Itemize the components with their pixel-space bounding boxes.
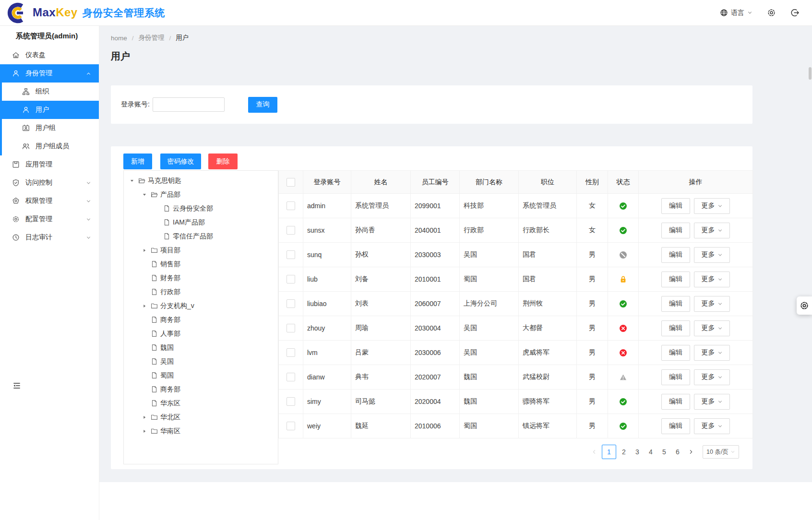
- page-3-button[interactable]: 3: [632, 445, 643, 459]
- prev-page-button[interactable]: [588, 445, 600, 459]
- tree-node[interactable]: 魏国: [124, 341, 278, 355]
- row-checkbox[interactable]: [287, 299, 295, 308]
- cell-name: 吕蒙: [351, 341, 411, 365]
- edit-button[interactable]: 编辑: [661, 247, 690, 263]
- tree-node[interactable]: IAM产品部: [124, 215, 278, 229]
- more-button[interactable]: 更多: [694, 296, 730, 312]
- edit-button[interactable]: 编辑: [661, 394, 690, 410]
- more-button[interactable]: 更多: [694, 223, 730, 238]
- language-menu[interactable]: 语言: [720, 9, 752, 17]
- login-account-input[interactable]: [153, 97, 225, 112]
- tree-node-label: 蜀国: [160, 371, 174, 380]
- more-button[interactable]: 更多: [694, 418, 730, 434]
- edit-button[interactable]: 编辑: [661, 369, 690, 385]
- sidebar-item-label: 仪表盘: [25, 51, 91, 59]
- row-checkbox[interactable]: [287, 324, 295, 332]
- tree-node[interactable]: 项目部: [124, 243, 278, 257]
- edit-button[interactable]: 编辑: [661, 345, 690, 361]
- row-checkbox[interactable]: [287, 422, 295, 430]
- tree-node[interactable]: 华南区: [124, 424, 278, 438]
- folder-icon: [151, 302, 158, 309]
- tree-node[interactable]: 销售部: [124, 257, 278, 271]
- tree-node[interactable]: 商务部: [124, 382, 278, 396]
- sidebar-item-audit[interactable]: 日志审计: [0, 228, 99, 247]
- page-size-label: 10 条/页: [706, 448, 728, 456]
- edit-button[interactable]: 编辑: [661, 320, 690, 336]
- caret-right-icon[interactable]: [142, 414, 151, 420]
- sidebar-item-dashboard[interactable]: 仪表盘: [0, 46, 99, 64]
- edit-button[interactable]: 编辑: [661, 272, 690, 287]
- page-1-button[interactable]: 1: [602, 445, 616, 459]
- menu-fold-icon[interactable]: [12, 381, 21, 390]
- status-active-icon: [619, 226, 627, 235]
- more-button[interactable]: 更多: [694, 394, 730, 410]
- tree-node[interactable]: 吴国: [124, 355, 278, 368]
- next-page-button[interactable]: [685, 445, 697, 459]
- scrollbar-thumb[interactable]: [809, 67, 812, 80]
- gear-icon[interactable]: [767, 8, 776, 17]
- add-button[interactable]: 新增: [123, 154, 152, 169]
- column-header: 职位: [519, 171, 577, 194]
- tree-node[interactable]: 产品部: [124, 188, 278, 201]
- row-checkbox[interactable]: [287, 275, 295, 284]
- sidebar-item-group-members[interactable]: 用户组成员: [0, 137, 99, 155]
- row-checkbox[interactable]: [287, 348, 295, 357]
- status-active-icon: [619, 202, 627, 210]
- sidebar-item-permissions[interactable]: 权限管理: [0, 192, 99, 210]
- tree-node[interactable]: 马克思钥匙: [124, 174, 278, 188]
- more-button[interactable]: 更多: [694, 369, 730, 385]
- row-checkbox[interactable]: [287, 226, 295, 235]
- more-button[interactable]: 更多: [694, 198, 730, 214]
- sidebar-item-identity[interactable]: 身份管理: [0, 64, 99, 83]
- edit-button[interactable]: 编辑: [661, 198, 690, 214]
- edit-button[interactable]: 编辑: [661, 223, 690, 238]
- tree-node[interactable]: 蜀国: [124, 368, 278, 382]
- tree-node[interactable]: 分支机构_v: [124, 299, 278, 313]
- more-button[interactable]: 更多: [694, 345, 730, 361]
- page-5-button[interactable]: 5: [658, 445, 670, 459]
- edit-button[interactable]: 编辑: [661, 296, 690, 312]
- more-button[interactable]: 更多: [694, 247, 730, 263]
- sidebar-item-organization[interactable]: 组织: [0, 83, 99, 101]
- row-checkbox[interactable]: [287, 201, 295, 210]
- page-2-button[interactable]: 2: [618, 445, 630, 459]
- tree-node[interactable]: 华东区: [124, 396, 278, 410]
- sidebar-item-user-groups[interactable]: 用户组: [0, 119, 99, 137]
- sidebar-item-apps[interactable]: 应用管理: [0, 155, 99, 174]
- caret-down-icon[interactable]: [130, 178, 138, 183]
- edit-button[interactable]: 编辑: [661, 418, 690, 434]
- theme-tool-floating-button[interactable]: [797, 296, 812, 315]
- tree-node[interactable]: 华北区: [124, 410, 278, 424]
- sidebar-item-users[interactable]: 用户: [0, 101, 99, 119]
- caret-right-icon[interactable]: [142, 248, 151, 253]
- breadcrumb-home[interactable]: home: [111, 35, 127, 42]
- change-password-button[interactable]: 密码修改: [160, 154, 201, 169]
- select-all-checkbox[interactable]: [287, 178, 295, 187]
- delete-button[interactable]: 删除: [208, 154, 238, 169]
- breadcrumb-identity[interactable]: 身份管理: [139, 34, 165, 42]
- row-checkbox[interactable]: [287, 397, 295, 406]
- page-4-button[interactable]: 4: [645, 445, 657, 459]
- tree-node[interactable]: 行政部: [124, 285, 278, 299]
- sidebar-item-label: 身份管理: [25, 69, 86, 78]
- sidebar-item-access-control[interactable]: 访问控制: [0, 174, 99, 192]
- row-checkbox[interactable]: [287, 250, 295, 259]
- page-size-select[interactable]: 10 条/页: [703, 445, 739, 459]
- caret-right-icon[interactable]: [142, 303, 151, 308]
- tree-node[interactable]: 商务部: [124, 313, 278, 327]
- tree-node[interactable]: 人事部: [124, 327, 278, 341]
- page-6-button[interactable]: 6: [672, 445, 683, 459]
- tree-node[interactable]: 云身份安全部: [124, 201, 278, 215]
- sidebar-item-configuration[interactable]: 配置管理: [0, 210, 99, 228]
- tree-node-label: 华北区: [160, 413, 180, 422]
- more-button[interactable]: 更多: [694, 272, 730, 287]
- query-button[interactable]: 查询: [248, 97, 277, 113]
- caret-right-icon[interactable]: [142, 428, 151, 434]
- cell-account: dianw: [303, 365, 351, 390]
- tree-node[interactable]: 零信任产品部: [124, 229, 278, 243]
- more-button[interactable]: 更多: [694, 320, 730, 336]
- tree-node[interactable]: 财务部: [124, 271, 278, 285]
- row-checkbox[interactable]: [287, 373, 295, 381]
- caret-down-icon[interactable]: [142, 192, 151, 197]
- logout-icon[interactable]: [790, 8, 800, 17]
